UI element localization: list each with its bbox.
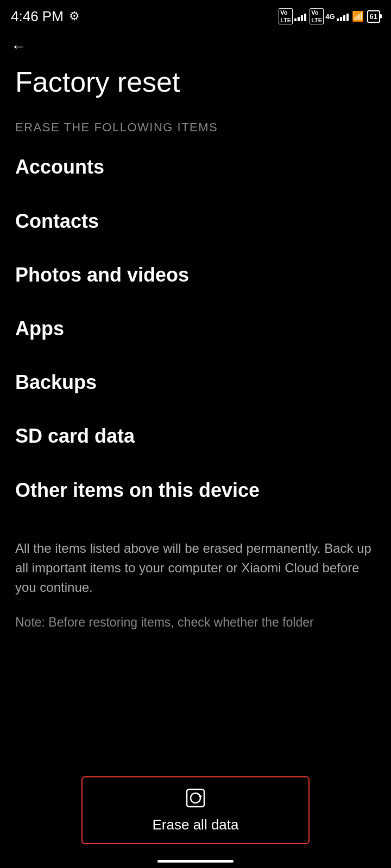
signal-bars-1 (294, 11, 306, 21)
bar (294, 18, 297, 21)
status-time: 4:46 PM ⚙ (11, 8, 80, 25)
erase-item-sd-card: SD card data (15, 409, 376, 463)
erase-button-label: Erase all data (153, 816, 239, 833)
bottom-note-secondary: Note: Before restoring items, check whet… (0, 608, 391, 631)
signal-bars-2 (337, 11, 349, 21)
bar (337, 18, 339, 21)
erase-item-apps: Apps (15, 302, 376, 355)
4g-label: 4G (325, 12, 335, 21)
bar (301, 15, 303, 21)
erase-button-icon (185, 787, 206, 813)
erase-item-backups: Backups (15, 355, 376, 409)
signal-block-2: VoLTE 4G (310, 8, 348, 24)
bar (298, 17, 300, 21)
time-text: 4:46 PM (11, 8, 64, 25)
page-title: Factory reset (0, 60, 391, 110)
bar (346, 14, 349, 21)
svg-rect-0 (187, 789, 204, 807)
back-arrow-icon: ← (11, 38, 26, 55)
back-button[interactable]: ← (0, 30, 391, 60)
erase-item-contacts: Contacts (15, 194, 376, 248)
erase-all-data-button[interactable]: Erase all data (81, 776, 310, 844)
erase-item-photos-videos: Photos and videos (15, 248, 376, 302)
status-bar: 4:46 PM ⚙ VoLTE VoLTE 4G 📶 (0, 0, 391, 30)
home-indicator (157, 860, 234, 863)
factory-reset-icon (185, 787, 206, 809)
signal-block-1: VoLTE (279, 8, 306, 24)
erase-item-other: Other items on this device (15, 463, 376, 517)
settings-gear-icon: ⚙ (69, 9, 80, 23)
battery-level: 61 (370, 12, 377, 21)
volte-badge-2: VoLTE (310, 8, 324, 24)
volte-badge-1: VoLTE (279, 8, 293, 24)
battery-icon: 61 (367, 10, 380, 23)
section-header: ERASE THE FOLLOWING ITEMS (0, 110, 391, 140)
wifi-icon: 📶 (352, 10, 364, 22)
bar (340, 17, 342, 21)
erase-item-accounts: Accounts (15, 140, 376, 194)
bar (343, 15, 345, 21)
bar (304, 14, 306, 21)
bottom-note-primary: All the items listed above will be erase… (0, 517, 391, 608)
erase-items-list: Accounts Contacts Photos and videos Apps… (0, 140, 391, 516)
status-icons: VoLTE VoLTE 4G 📶 61 (279, 8, 380, 24)
